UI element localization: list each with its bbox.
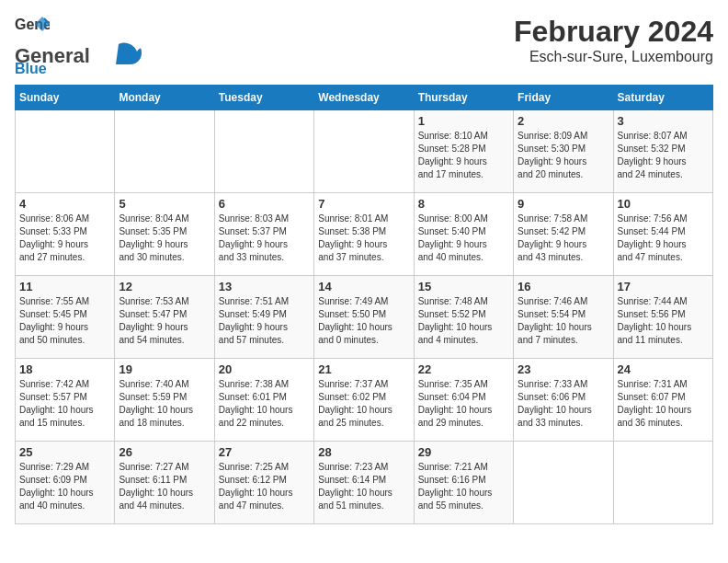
day-number: 27 [219, 445, 310, 459]
day-info: Sunrise: 7:25 AM Sunset: 6:12 PM Dayligh… [219, 461, 310, 512]
day-number: 6 [219, 197, 310, 211]
page-title: February 2024 [514, 15, 713, 49]
day-number: 4 [19, 197, 110, 211]
calendar-cell: 14Sunrise: 7:49 AM Sunset: 5:50 PM Dayli… [314, 276, 414, 359]
calendar-cell [314, 110, 414, 193]
calendar-cell: 11Sunrise: 7:55 AM Sunset: 5:45 PM Dayli… [16, 276, 115, 359]
day-info: Sunrise: 7:48 AM Sunset: 5:52 PM Dayligh… [418, 295, 509, 347]
day-info: Sunrise: 7:49 AM Sunset: 5:50 PM Dayligh… [318, 295, 409, 347]
calendar-cell [214, 110, 313, 193]
calendar-cell: 12Sunrise: 7:53 AM Sunset: 5:47 PM Dayli… [115, 276, 214, 359]
day-info: Sunrise: 8:07 AM Sunset: 5:32 PM Dayligh… [618, 130, 709, 181]
calendar-week-4: 18Sunrise: 7:42 AM Sunset: 5:57 PM Dayli… [16, 359, 713, 442]
col-header-monday: Monday [115, 86, 214, 110]
calendar-cell: 9Sunrise: 7:58 AM Sunset: 5:42 PM Daylig… [514, 193, 613, 276]
header-row: SundayMondayTuesdayWednesdayThursdayFrid… [16, 86, 713, 110]
calendar-cell: 15Sunrise: 7:48 AM Sunset: 5:52 PM Dayli… [414, 276, 513, 359]
calendar-cell: 29Sunrise: 7:21 AM Sunset: 6:16 PM Dayli… [414, 442, 513, 524]
day-number: 7 [318, 197, 409, 211]
day-info: Sunrise: 7:21 AM Sunset: 6:16 PM Dayligh… [418, 461, 509, 512]
svg-text:Blue: Blue [15, 61, 47, 74]
calendar-cell: 7Sunrise: 8:01 AM Sunset: 5:38 PM Daylig… [314, 193, 414, 276]
day-info: Sunrise: 7:42 AM Sunset: 5:57 PM Dayligh… [19, 378, 110, 430]
day-info: Sunrise: 7:33 AM Sunset: 6:06 PM Dayligh… [518, 378, 609, 430]
day-info: Sunrise: 7:27 AM Sunset: 6:11 PM Dayligh… [119, 461, 210, 512]
day-number: 16 [518, 280, 609, 293]
logo: General General Blue [15, 15, 143, 74]
logo-icon: General [15, 15, 50, 40]
calendar-table: SundayMondayTuesdayWednesdayThursdayFrid… [15, 85, 713, 524]
col-header-wednesday: Wednesday [314, 86, 414, 110]
day-number: 21 [318, 362, 409, 376]
calendar-cell: 1Sunrise: 8:10 AM Sunset: 5:28 PM Daylig… [414, 110, 513, 193]
calendar-week-3: 11Sunrise: 7:55 AM Sunset: 5:45 PM Dayli… [16, 276, 713, 359]
calendar-cell: 5Sunrise: 8:04 AM Sunset: 5:35 PM Daylig… [115, 193, 214, 276]
day-info: Sunrise: 7:53 AM Sunset: 5:47 PM Dayligh… [119, 295, 210, 347]
day-info: Sunrise: 7:38 AM Sunset: 6:01 PM Dayligh… [219, 378, 310, 430]
calendar-cell: 26Sunrise: 7:27 AM Sunset: 6:11 PM Dayli… [115, 442, 214, 524]
calendar-cell: 10Sunrise: 7:56 AM Sunset: 5:44 PM Dayli… [613, 193, 712, 276]
col-header-tuesday: Tuesday [214, 86, 313, 110]
day-number: 3 [618, 114, 709, 128]
day-number: 29 [418, 445, 509, 459]
calendar-week-2: 4Sunrise: 8:06 AM Sunset: 5:33 PM Daylig… [16, 193, 713, 276]
day-number: 14 [318, 280, 409, 293]
day-number: 19 [119, 362, 210, 376]
calendar-cell: 20Sunrise: 7:38 AM Sunset: 6:01 PM Dayli… [214, 359, 313, 442]
calendar-cell: 22Sunrise: 7:35 AM Sunset: 6:04 PM Dayli… [414, 359, 513, 442]
day-number: 24 [618, 362, 709, 376]
calendar-cell: 3Sunrise: 8:07 AM Sunset: 5:32 PM Daylig… [613, 110, 712, 193]
day-number: 1 [418, 114, 509, 128]
calendar-cell: 17Sunrise: 7:44 AM Sunset: 5:56 PM Dayli… [613, 276, 712, 359]
day-number: 17 [618, 280, 709, 293]
day-info: Sunrise: 7:29 AM Sunset: 6:09 PM Dayligh… [19, 461, 110, 512]
calendar-cell [115, 110, 214, 193]
day-number: 20 [219, 362, 310, 376]
day-info: Sunrise: 7:51 AM Sunset: 5:49 PM Dayligh… [219, 295, 310, 347]
calendar-cell: 25Sunrise: 7:29 AM Sunset: 6:09 PM Dayli… [16, 442, 115, 524]
day-number: 26 [119, 445, 210, 459]
day-number: 15 [418, 280, 509, 293]
day-info: Sunrise: 7:35 AM Sunset: 6:04 PM Dayligh… [418, 378, 509, 430]
col-header-friday: Friday [514, 86, 613, 110]
day-number: 9 [518, 197, 609, 211]
day-info: Sunrise: 7:58 AM Sunset: 5:42 PM Dayligh… [518, 213, 609, 264]
day-info: Sunrise: 7:23 AM Sunset: 6:14 PM Dayligh… [318, 461, 409, 512]
day-info: Sunrise: 8:03 AM Sunset: 5:37 PM Dayligh… [219, 213, 310, 264]
day-number: 8 [418, 197, 509, 211]
calendar-cell: 24Sunrise: 7:31 AM Sunset: 6:07 PM Dayli… [613, 359, 712, 442]
calendar-cell: 28Sunrise: 7:23 AM Sunset: 6:14 PM Dayli… [314, 442, 414, 524]
calendar-cell: 18Sunrise: 7:42 AM Sunset: 5:57 PM Dayli… [16, 359, 115, 442]
calendar-cell [16, 110, 115, 193]
calendar-cell: 8Sunrise: 8:00 AM Sunset: 5:40 PM Daylig… [414, 193, 513, 276]
day-number: 11 [19, 280, 110, 293]
calendar-cell: 16Sunrise: 7:46 AM Sunset: 5:54 PM Dayli… [514, 276, 613, 359]
day-info: Sunrise: 8:04 AM Sunset: 5:35 PM Dayligh… [119, 213, 210, 264]
calendar-cell: 19Sunrise: 7:40 AM Sunset: 5:59 PM Dayli… [115, 359, 214, 442]
day-info: Sunrise: 8:06 AM Sunset: 5:33 PM Dayligh… [19, 213, 110, 264]
day-number: 5 [119, 197, 210, 211]
day-number: 10 [618, 197, 709, 211]
page-header: General General Blue February 2024 Esch-… [15, 15, 713, 74]
day-info: Sunrise: 7:44 AM Sunset: 5:56 PM Dayligh… [618, 295, 709, 347]
day-number: 18 [19, 362, 110, 376]
calendar-week-1: 1Sunrise: 8:10 AM Sunset: 5:28 PM Daylig… [16, 110, 713, 193]
day-info: Sunrise: 7:31 AM Sunset: 6:07 PM Dayligh… [618, 378, 709, 430]
col-header-saturday: Saturday [613, 86, 712, 110]
day-info: Sunrise: 8:09 AM Sunset: 5:30 PM Dayligh… [518, 130, 609, 181]
calendar-cell: 13Sunrise: 7:51 AM Sunset: 5:49 PM Dayli… [214, 276, 313, 359]
day-number: 25 [19, 445, 110, 459]
day-number: 13 [219, 280, 310, 293]
day-info: Sunrise: 7:37 AM Sunset: 6:02 PM Dayligh… [318, 378, 409, 430]
day-number: 23 [518, 362, 609, 376]
calendar-cell [613, 442, 712, 524]
page-subtitle: Esch-sur-Sure, Luxembourg [514, 49, 713, 65]
day-number: 28 [318, 445, 409, 459]
title-block: February 2024 Esch-sur-Sure, Luxembourg [514, 15, 713, 65]
day-info: Sunrise: 7:56 AM Sunset: 5:44 PM Dayligh… [618, 213, 709, 264]
day-number: 12 [119, 280, 210, 293]
day-info: Sunrise: 7:40 AM Sunset: 5:59 PM Dayligh… [119, 378, 210, 430]
day-info: Sunrise: 8:10 AM Sunset: 5:28 PM Dayligh… [418, 130, 509, 181]
calendar-cell: 23Sunrise: 7:33 AM Sunset: 6:06 PM Dayli… [514, 359, 613, 442]
calendar-cell: 27Sunrise: 7:25 AM Sunset: 6:12 PM Dayli… [214, 442, 313, 524]
